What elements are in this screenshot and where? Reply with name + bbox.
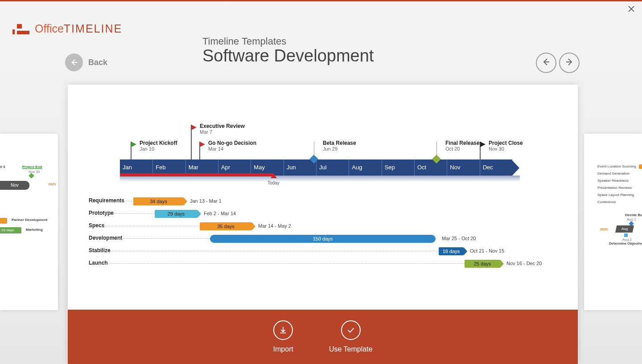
milestone-title: Go No-go Decision [208, 140, 288, 146]
milestone-title: Executive Review [200, 123, 280, 129]
task-row: Stabilize18 daysOct 21 - Nov 15 [89, 246, 557, 256]
task-range: Mar 14 - May 2 [258, 223, 291, 229]
month-label: Dec [480, 160, 512, 176]
milestone: Project CloseNov 30 [489, 140, 569, 151]
peek-left-monthbar: Nov [0, 181, 29, 190]
task-bar: 150 days [210, 235, 436, 243]
logo: OfficeTIMELINE [12, 22, 122, 35]
peek-right-monthbar: Aug [615, 225, 634, 233]
milestone: Beta ReleaseJun 29 [323, 140, 403, 151]
import-label: Import [273, 345, 293, 353]
milestone: Executive ReviewMar 7 [200, 123, 280, 135]
ribbon-strip [0, 0, 642, 1]
milestone-title: Beta Release [323, 140, 403, 146]
bar-icon [639, 164, 642, 169]
back-icon [65, 53, 83, 71]
milestone-pole [436, 142, 437, 156]
task-row: Requirements34 daysJan 13 - Mar 1 [89, 196, 557, 206]
milestone-date: Mar 7 [200, 129, 280, 135]
stage: all 3 Project End Nov 30 Nov 2021 Partne… [0, 85, 642, 364]
task-dots [89, 226, 200, 226]
task-bar: 35 days [200, 222, 252, 230]
header: Timeline Templates Software Development [202, 36, 374, 65]
task-row: Prototype29 daysFeb 2 - Mar 14 [89, 209, 557, 218]
today-marker-icon [271, 174, 277, 178]
milestone-title: Project Close [489, 140, 569, 146]
task-label: Launch [89, 260, 108, 266]
logo-text: OfficeTIMELINE [35, 22, 122, 35]
use-template-button[interactable]: Use Template [329, 320, 373, 353]
logo-timeline: TIMELINE [64, 22, 122, 35]
month-label: Jul [316, 160, 349, 176]
next-button[interactable] [559, 53, 580, 73]
peek-right-m1: Decide Bu [625, 213, 642, 217]
task-label: Development [89, 235, 122, 241]
nav-arrows [536, 53, 580, 73]
task-range: Oct 21 - Nov 15 [470, 248, 504, 254]
month-label: Aug [349, 160, 381, 176]
task-bar: 34 days [133, 197, 184, 205]
milestone-date: Jun 29 [323, 146, 403, 151]
peek-right-t4: Presentation Reviews [597, 184, 642, 192]
task-bar: 25 days [465, 260, 500, 268]
task-bar: 29 days [155, 210, 198, 218]
milestone-date: Jan 10 [140, 146, 220, 151]
task-dots [89, 213, 155, 214]
task-label: Requirements [89, 197, 124, 204]
peek-left-year: 2021 [48, 182, 56, 186]
timeline-chart: Today JanFebMarAprMayJunJulAugSepOctNovD… [89, 111, 557, 299]
task-dots [89, 263, 465, 264]
task-range: Jan 13 - Mar 1 [190, 198, 222, 204]
task-row: Specs35 daysMar 14 - May 2 [89, 221, 557, 231]
task-bar: 18 days [439, 247, 464, 255]
milestone-date: Nov 30 [489, 146, 569, 151]
peek-right-year: 2021 [600, 227, 608, 231]
close-icon [628, 6, 634, 14]
logo-office: Office [35, 22, 64, 35]
peek-left-bar1 [0, 218, 7, 224]
task-label: Stabilize [89, 247, 111, 254]
template-card: Today JanFebMarAprMayJunJulAugSepOctNovD… [68, 85, 578, 364]
chevron-left-icon [542, 57, 551, 68]
diamond-icon [29, 173, 34, 179]
next-template-peek[interactable]: Event Location Sourcing Demand Generatio… [584, 134, 642, 310]
milestone-pole [314, 142, 314, 156]
peek-right-m2d: Aug 2 [622, 237, 632, 241]
month-label: Nov [447, 160, 479, 176]
breadcrumb: Timeline Templates [202, 36, 374, 47]
close-button[interactable] [627, 5, 636, 14]
today-label: Today [268, 180, 280, 185]
peek-left-label1: all 3 [0, 165, 5, 169]
task-row: Development150 daysMar 25 - Oct 20 [89, 233, 557, 243]
download-icon [273, 320, 293, 340]
prev-template-peek[interactable]: all 3 Project End Nov 30 Nov 2021 Partne… [0, 134, 58, 310]
elapsed-strip [120, 173, 274, 176]
prev-button[interactable] [536, 53, 556, 73]
task-dots [89, 238, 210, 239]
milestone: Project KickoffJan 10 [140, 140, 220, 151]
task-range: Nov 16 - Dec 20 [506, 261, 542, 266]
peek-right-t1: Event Location Sourcing [597, 163, 636, 170]
month-label: Sep [382, 160, 414, 176]
milestone-date: Mar 14 [208, 146, 288, 151]
back-button[interactable]: Back [65, 53, 107, 71]
peek-left-task1: Partner Development [12, 218, 47, 222]
peek-right-t5: Space Layout Planning [597, 192, 642, 199]
milestone: Go No-go DecisionMar 14 [208, 140, 288, 151]
task-dots [89, 251, 439, 251]
template-preview: Today JanFebMarAprMayJunJulAugSepOctNovD… [68, 85, 578, 310]
band-shadow [120, 176, 520, 182]
month-label: Jun [284, 160, 316, 176]
check-icon [341, 320, 361, 340]
milestone-title: Project Kickoff [140, 140, 220, 146]
task-range: Feb 2 - Mar 14 [204, 211, 236, 216]
month-label: Oct [414, 160, 447, 176]
peek-left-date: Nov 30 [29, 170, 40, 174]
chevron-right-icon [565, 57, 574, 68]
peek-right-t6: Conference [597, 199, 642, 206]
back-label: Back [88, 58, 107, 67]
import-button[interactable]: Import [273, 320, 293, 353]
task-label: Specs [89, 222, 104, 229]
use-template-label: Use Template [329, 345, 373, 353]
peek-left-bar2: 33 days [0, 227, 21, 233]
